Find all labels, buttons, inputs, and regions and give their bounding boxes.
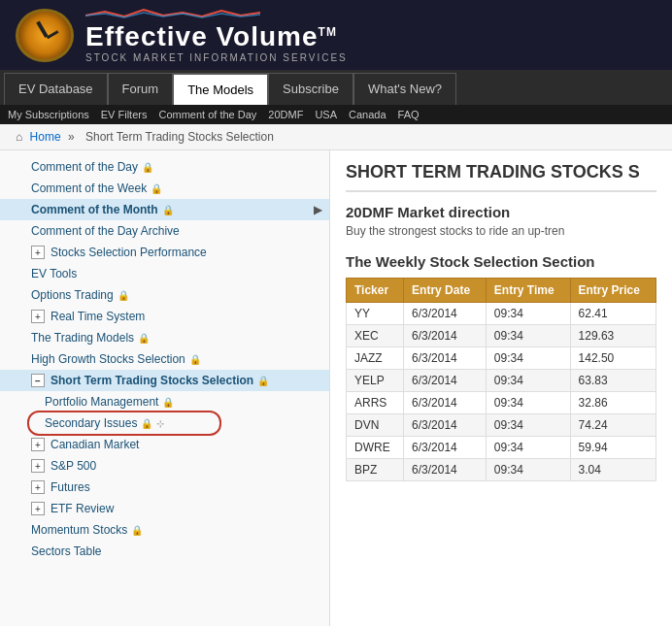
cell-price: 63.83 — [570, 370, 655, 392]
cell-ticker: JAZZ — [347, 347, 404, 370]
market-direction-text: Buy the strongest stocks to ride an up-t… — [346, 224, 656, 238]
cell-ticker: YELP — [347, 370, 404, 392]
sidebar-item-sectors-table[interactable]: Sectors Table — [0, 541, 329, 562]
cell-ticker: DWRE — [347, 437, 404, 459]
lock-icon-comment-day: 🔒 — [142, 162, 153, 173]
subnav-ev-filters[interactable]: EV Filters — [101, 109, 148, 120]
table-row: BPZ6/3/201409:343.04 — [347, 459, 656, 481]
nav-subscribe[interactable]: Subscribe — [268, 73, 353, 105]
sidebar-item-futures[interactable]: + Futures — [0, 477, 329, 498]
cell-ticker: YY — [347, 303, 404, 325]
cell-time: 09:34 — [486, 303, 570, 325]
sidebar-item-comment-month[interactable]: Comment of the Month 🔒 ▶ — [0, 199, 329, 220]
sidebar-label-canadian-market: Canadian Market — [50, 438, 139, 451]
cell-date: 6/3/2014 — [404, 303, 487, 325]
main-nav: EV Database Forum The Models Subscribe W… — [0, 70, 672, 105]
cell-ticker: BPZ — [347, 459, 404, 481]
sidebar-item-options-trading[interactable]: Options Trading 🔒 — [0, 284, 329, 306]
lock-icon-high-growth: 🔒 — [189, 354, 201, 365]
expand-icon-futures: + — [31, 480, 45, 494]
subnav-20dmf[interactable]: 20DMF — [268, 109, 303, 120]
subnav-comment-of-day[interactable]: Comment of the Day — [158, 109, 256, 120]
lock-icon-secondary-issues: 🔒 — [141, 418, 152, 429]
cell-ticker: ARRS — [347, 392, 404, 414]
weekly-stock-heading: The Weekly Stock Selection Section — [346, 253, 656, 270]
sidebar-item-canadian-market[interactable]: + Canadian Market — [0, 434, 329, 455]
subnav-my-subscriptions[interactable]: My Subscriptions — [8, 109, 89, 120]
sidebar-label-stocks-selection: Stocks Selection Performance — [50, 246, 207, 259]
expand-icon-sp500: + — [31, 459, 45, 473]
sub-nav: My Subscriptions EV Filters Comment of t… — [0, 105, 672, 124]
cell-price: 142.50 — [570, 347, 655, 370]
sidebar-item-comment-day-archive[interactable]: Comment of the Day Archive — [0, 220, 329, 242]
cell-date: 6/3/2014 — [404, 414, 487, 437]
expand-icon-stocks-selection: + — [31, 246, 45, 259]
sidebar-label-comment-day-archive: Comment of the Day Archive — [31, 224, 180, 238]
cell-price: 59.94 — [570, 437, 655, 459]
sidebar-item-trading-models[interactable]: The Trading Models 🔒 — [0, 327, 329, 348]
table-row: YY6/3/201409:3462.41 — [347, 303, 656, 325]
sidebar-item-stocks-selection[interactable]: + Stocks Selection Performance — [0, 242, 329, 263]
cell-price: 74.24 — [570, 414, 655, 437]
sidebar-label-sectors-table: Sectors Table — [31, 544, 102, 558]
cell-time: 09:34 — [486, 325, 570, 347]
nav-the-models[interactable]: The Models — [173, 73, 268, 105]
cell-ticker: DVN — [347, 414, 404, 437]
sidebar-label-momentum-stocks: Momentum Stocks — [31, 523, 127, 537]
expand-icon-canadian-market: + — [31, 438, 45, 451]
subnav-usa[interactable]: USA — [315, 109, 337, 120]
nav-ev-database[interactable]: EV Database — [4, 73, 108, 105]
stock-table-body: YY6/3/201409:3462.41XEC6/3/201409:34129.… — [347, 303, 656, 481]
lock-icon-trading-models: 🔒 — [138, 333, 150, 344]
cell-time: 09:34 — [486, 370, 570, 392]
breadcrumb-home[interactable]: Home — [30, 130, 61, 144]
table-row: XEC6/3/201409:34129.63 — [347, 325, 656, 347]
title-text: Effective Volume — [85, 21, 319, 51]
col-entry-price: Entry Price — [570, 279, 655, 303]
weekly-stock-section: The Weekly Stock Selection Section Ticke… — [346, 253, 656, 481]
sidebar-item-momentum-stocks[interactable]: Momentum Stocks 🔒 — [0, 519, 329, 541]
cursor-icon-secondary-issues: ⊹ — [156, 418, 164, 429]
nav-whats-new[interactable]: What's New? — [353, 73, 456, 105]
sidebar-label-etf-review: ETF Review — [50, 502, 114, 515]
col-entry-date: Entry Date — [404, 279, 487, 303]
sidebar-label-ev-tools: EV Tools — [31, 267, 77, 280]
sidebar-item-comment-week[interactable]: Comment of the Week 🔒 — [0, 178, 329, 199]
sidebar-item-real-time[interactable]: + Real Time System — [0, 306, 329, 327]
market-direction-section: 20DMF Market direction Buy the strongest… — [346, 204, 656, 238]
cell-time: 09:34 — [486, 347, 570, 370]
sidebar-item-secondary-issues[interactable]: Secondary Issues 🔒 ⊹ — [0, 412, 329, 434]
sidebar-label-short-term: Short Term Trading Stocks Selection — [50, 374, 253, 387]
sidebar-label-portfolio-mgmt: Portfolio Management — [45, 395, 158, 409]
header-banner: Effective VolumeTM STOCK MARKET INFORMAT… — [0, 0, 672, 70]
subnav-faq[interactable]: FAQ — [398, 109, 420, 120]
sidebar-item-high-growth[interactable]: High Growth Stocks Selection 🔒 — [0, 348, 329, 370]
sidebar-item-comment-day[interactable]: Comment of the Day 🔒 — [0, 156, 329, 178]
arrow-icon-comment-month: ▶ — [314, 204, 321, 216]
cell-date: 6/3/2014 — [404, 392, 487, 414]
sidebar-item-short-term[interactable]: − Short Term Trading Stocks Selection 🔒 — [0, 370, 329, 391]
lock-icon-short-term: 🔒 — [257, 376, 269, 386]
cell-date: 6/3/2014 — [404, 325, 487, 347]
sidebar-item-etf-review[interactable]: + ETF Review — [0, 498, 329, 519]
tm-mark: TM — [319, 24, 337, 38]
nav-forum[interactable]: Forum — [108, 73, 174, 105]
subnav-canada[interactable]: Canada — [349, 109, 386, 120]
sidebar-label-trading-models: The Trading Models — [31, 331, 134, 345]
expand-icon-real-time: + — [31, 310, 45, 323]
sidebar: Comment of the Day 🔒 Comment of the Week… — [0, 150, 330, 626]
breadcrumb: ⌂ Home » Short Term Trading Stocks Selec… — [0, 124, 672, 150]
page-title-text: SHORT TERM TRADING STOCKS S — [346, 162, 640, 181]
sidebar-item-sp500[interactable]: + S&P 500 — [0, 455, 329, 477]
cell-time: 09:34 — [486, 392, 570, 414]
sidebar-label-real-time: Real Time System — [50, 310, 145, 323]
table-row: YELP6/3/201409:3463.83 — [347, 370, 656, 392]
sidebar-item-portfolio-mgmt[interactable]: Portfolio Management 🔒 — [0, 391, 329, 412]
sidebar-label-secondary-issues: Secondary Issues — [45, 416, 137, 430]
sidebar-label-high-growth: High Growth Stocks Selection — [31, 352, 185, 366]
cell-price: 3.04 — [570, 459, 655, 481]
content-area: SHORT TERM TRADING STOCKS S 20DMF Market… — [330, 150, 672, 626]
sidebar-item-ev-tools[interactable]: EV Tools — [0, 263, 329, 284]
lock-icon-comment-month: 🔒 — [162, 205, 174, 215]
table-row: ARRS6/3/201409:3432.86 — [347, 392, 656, 414]
